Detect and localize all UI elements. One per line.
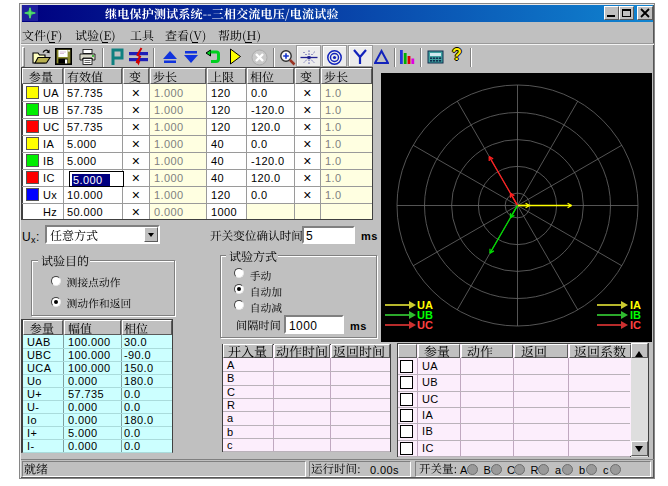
svg-text:UC: UC — [417, 319, 433, 331]
svg-text:IC: IC — [630, 319, 641, 331]
